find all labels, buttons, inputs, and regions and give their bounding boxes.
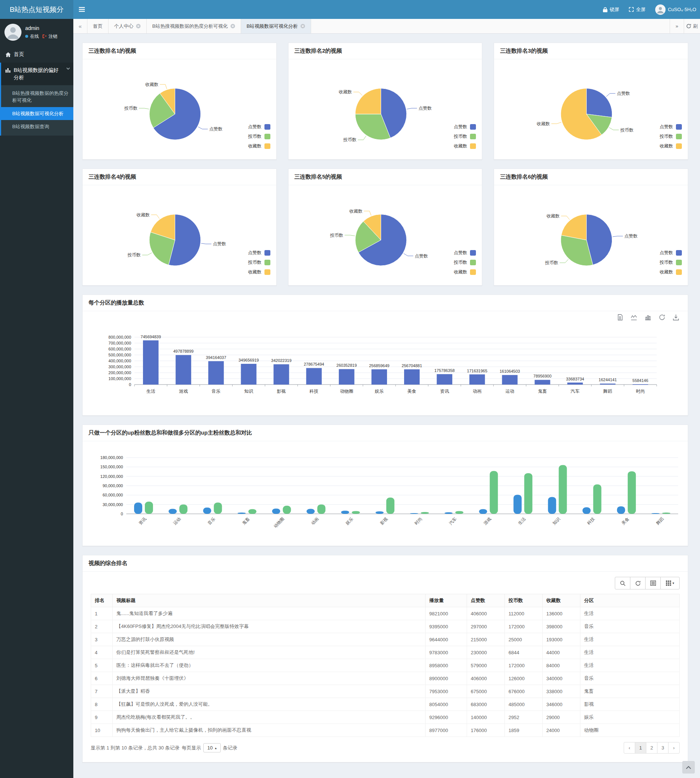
grouped-bar[interactable] (272, 509, 280, 514)
tab-close-icon[interactable] (300, 24, 305, 28)
grouped-bar[interactable] (652, 513, 660, 514)
sidebar-toggle-button[interactable] (73, 0, 90, 19)
sidebar-submenu-item[interactable]: B站视频数据可视化分析 (1, 107, 73, 120)
page-size-dropdown[interactable]: 10 ▴ (203, 743, 221, 753)
column-header[interactable]: 排名 (91, 594, 113, 607)
grouped-bar[interactable] (455, 511, 463, 514)
legend-item[interactable]: 投币数 (454, 134, 476, 140)
table-row[interactable]: 9周杰伦吃杨梅(每次看都笑死我了。。9296000140000295229000… (91, 711, 680, 724)
sidebar-group-toggle[interactable]: B站视频数据的偏好分析 (1, 63, 73, 85)
pie-chart[interactable]: 点赞数投币数收藏数 (83, 59, 276, 160)
grouped-bar[interactable] (317, 504, 325, 514)
lock-screen-button[interactable]: 锁屏 (603, 6, 619, 13)
grouped-bar[interactable] (583, 507, 591, 514)
table-row[interactable]: 6刘德海大师琵琶独奏《十面埋伏》890000040600012600034000… (91, 672, 680, 685)
pagination-next-button[interactable]: › (668, 742, 680, 753)
table-row[interactable]: 1鬼......鬼知道我看了多少遍98210004060001120001360… (91, 607, 680, 620)
play-volume-bar-chart[interactable]: 0100,000,000200,000,000300,000,000400,00… (91, 316, 687, 404)
bar[interactable] (600, 384, 615, 384)
tab-refresh-button[interactable]: 刷 (684, 19, 700, 33)
pie-slice[interactable] (587, 88, 612, 117)
grouped-bar[interactable] (490, 471, 498, 514)
bar[interactable] (372, 369, 387, 384)
pie-chart[interactable]: 点赞数投币数收藏数 (83, 185, 276, 286)
tab[interactable]: 个人中心 (108, 19, 147, 33)
grouped-bar[interactable] (445, 513, 453, 514)
grouped-bar[interactable] (168, 509, 177, 514)
bar[interactable] (633, 384, 648, 385)
bar[interactable] (274, 364, 289, 384)
pie-chart[interactable]: 点赞数投币数收藏数 (494, 59, 688, 160)
legend-item[interactable]: 点赞数 (454, 124, 476, 130)
legend-item[interactable]: 收藏数 (454, 143, 476, 149)
grouped-bar[interactable] (593, 484, 602, 514)
grouped-bar[interactable] (559, 465, 567, 514)
grouped-bar[interactable] (214, 503, 222, 514)
grouped-bar[interactable] (341, 511, 349, 514)
bar[interactable] (404, 369, 420, 384)
bar-chart-switch-icon[interactable] (645, 314, 651, 321)
grouped-bar[interactable] (375, 511, 384, 514)
grouped-bar[interactable] (617, 506, 625, 514)
column-header[interactable]: 播放量 (425, 594, 467, 607)
column-header[interactable]: 收藏数 (543, 594, 580, 607)
grouped-bar[interactable] (662, 513, 670, 514)
grouped-bar[interactable] (134, 503, 142, 514)
user-menu[interactable]: CuSO₄·5H₂O (655, 5, 696, 15)
download-icon[interactable] (673, 314, 679, 321)
logout-button[interactable]: 注销 (48, 33, 57, 40)
table-detail-view-button[interactable] (645, 577, 661, 589)
bar[interactable] (469, 374, 485, 384)
table-search-button[interactable] (615, 577, 630, 589)
legend-item[interactable]: 收藏数 (248, 143, 270, 149)
tab-close-icon[interactable] (230, 24, 235, 28)
grouped-bar[interactable] (421, 512, 429, 514)
restore-icon[interactable] (659, 314, 665, 321)
column-header[interactable]: 投币数 (505, 594, 543, 607)
grouped-bar[interactable] (548, 497, 556, 514)
sidebar-submenu-item[interactable]: B站视频数据查询 (1, 120, 73, 134)
grouped-bar[interactable] (179, 504, 187, 514)
bar[interactable] (502, 375, 517, 384)
line-chart-icon[interactable] (631, 314, 637, 321)
fans-compare-grouped-bar-chart[interactable]: 030,000,00060,000,00090,000,000120,000,0… (91, 446, 687, 545)
pie-chart[interactable]: 点赞数投币数收藏数 (288, 59, 482, 160)
legend-item[interactable]: 收藏数 (248, 269, 270, 275)
legend-item[interactable]: 投币数 (660, 134, 682, 140)
table-row[interactable]: 4你们是打算笑死警察叔叔还是气死他!9783000230000684444000… (91, 646, 680, 659)
fullscreen-button[interactable]: 全屏 (629, 6, 645, 13)
legend-item[interactable]: 点赞数 (454, 250, 476, 256)
grouped-bar[interactable] (628, 471, 636, 514)
legend-item[interactable]: 收藏数 (660, 143, 682, 149)
table-row[interactable]: 3万恶之源的打鼓小伙原视频964400021500025000193000生活 (91, 633, 680, 646)
table-row[interactable]: 7【派大星】稻香7953000675000676000338000鬼畜 (91, 685, 680, 698)
grouped-bar[interactable] (203, 508, 211, 514)
sidebar-submenu-item[interactable]: B站热搜视频数据的热度分析可视化 (1, 87, 73, 107)
pie-chart[interactable]: 点赞数投币数收藏数 (494, 185, 688, 286)
legend-item[interactable]: 投币数 (454, 259, 476, 265)
bar[interactable] (567, 383, 583, 384)
legend-item[interactable]: 点赞数 (248, 250, 270, 256)
legend-item[interactable]: 点赞数 (248, 124, 270, 130)
bar[interactable] (437, 374, 452, 384)
bar[interactable] (306, 368, 322, 384)
tab[interactable]: B站视频数据可视化分析 (241, 19, 312, 33)
grouped-bar[interactable] (513, 494, 522, 514)
tabs-scroll-left-button[interactable]: « (73, 19, 87, 33)
legend-item[interactable]: 收藏数 (660, 269, 682, 275)
tabs-scroll-right-button[interactable]: » (670, 19, 684, 33)
grouped-bar[interactable] (237, 513, 245, 514)
bar[interactable] (339, 369, 355, 384)
legend-item[interactable]: 投币数 (248, 259, 270, 265)
pagination-page-button[interactable]: 1 (635, 742, 646, 753)
table-row[interactable]: 5医生：这样病毒就出不去了（使劲）89580005790001720008400… (91, 659, 680, 672)
bar[interactable] (208, 361, 224, 384)
legend-item[interactable]: 收藏数 (454, 269, 476, 275)
grouped-bar[interactable] (307, 509, 315, 514)
table-refresh-button[interactable] (630, 577, 645, 589)
pie-chart[interactable]: 点赞数投币数收藏数 (288, 185, 482, 286)
back-to-top-button[interactable] (682, 761, 695, 773)
grouped-bar[interactable] (248, 509, 256, 514)
pagination-page-button[interactable]: 3 (657, 742, 668, 753)
bar[interactable] (143, 341, 158, 384)
